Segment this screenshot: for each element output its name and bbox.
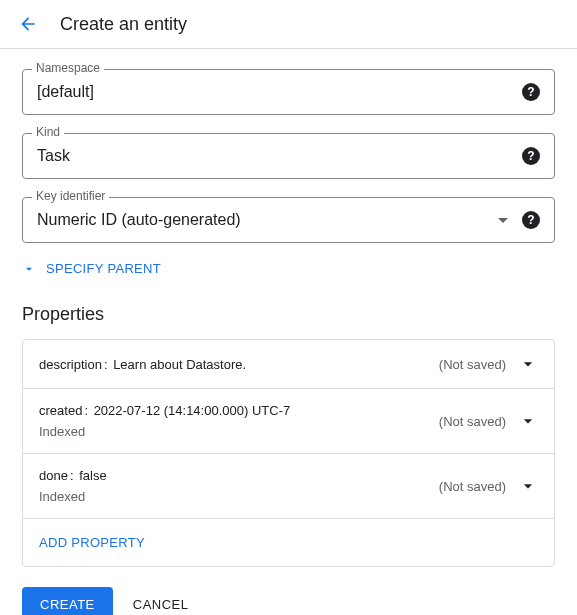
property-line: created: 2022-07-12 (14:14:00.000) UTC-7 xyxy=(39,403,290,418)
dropdown-arrow-icon xyxy=(498,218,508,223)
chevron-down-icon[interactable] xyxy=(518,354,538,374)
footer-buttons: CREATE CANCEL xyxy=(22,587,555,615)
property-row[interactable]: done: false Indexed (Not saved) xyxy=(23,454,554,519)
not-saved-label: (Not saved) xyxy=(439,357,506,372)
content-area: Namespace [default] ? Kind Task ? Key id… xyxy=(0,49,577,615)
cancel-button[interactable]: CANCEL xyxy=(133,597,189,612)
kind-field[interactable]: Kind Task ? xyxy=(22,133,555,179)
help-icon[interactable]: ? xyxy=(522,147,540,165)
add-property-button[interactable]: ADD PROPERTY xyxy=(39,535,145,550)
property-line: description: Learn about Datastore. xyxy=(39,357,246,372)
property-line: done: false xyxy=(39,468,107,483)
kind-value: Task xyxy=(37,147,70,165)
chevron-down-icon xyxy=(22,262,36,276)
not-saved-label: (Not saved) xyxy=(439,479,506,494)
property-row[interactable]: description: Learn about Datastore. (Not… xyxy=(23,340,554,389)
indexed-label: Indexed xyxy=(39,489,107,504)
page-header: Create an entity xyxy=(0,0,577,49)
help-icon[interactable]: ? xyxy=(522,211,540,229)
chevron-down-icon[interactable] xyxy=(518,411,538,431)
property-name: created xyxy=(39,403,82,418)
page-title: Create an entity xyxy=(60,14,187,35)
namespace-label: Namespace xyxy=(32,61,104,75)
help-icon[interactable]: ? xyxy=(522,83,540,101)
property-value: false xyxy=(79,468,106,483)
chevron-down-icon[interactable] xyxy=(518,476,538,496)
key-identifier-label: Key identifier xyxy=(32,189,109,203)
properties-list: description: Learn about Datastore. (Not… xyxy=(22,339,555,567)
kind-label: Kind xyxy=(32,125,64,139)
not-saved-label: (Not saved) xyxy=(439,414,506,429)
create-button[interactable]: CREATE xyxy=(22,587,113,615)
property-name: description xyxy=(39,357,102,372)
property-value: 2022-07-12 (14:14:00.000) UTC-7 xyxy=(94,403,291,418)
property-name: done xyxy=(39,468,68,483)
specify-parent-label: SPECIFY PARENT xyxy=(46,261,161,276)
namespace-value: [default] xyxy=(37,83,94,101)
properties-heading: Properties xyxy=(22,304,555,325)
specify-parent-toggle[interactable]: SPECIFY PARENT xyxy=(22,261,555,276)
indexed-label: Indexed xyxy=(39,424,290,439)
back-arrow-icon[interactable] xyxy=(16,12,40,36)
add-property-row: ADD PROPERTY xyxy=(23,519,554,566)
property-value: Learn about Datastore. xyxy=(113,357,246,372)
key-identifier-field[interactable]: Key identifier Numeric ID (auto-generate… xyxy=(22,197,555,243)
property-row[interactable]: created: 2022-07-12 (14:14:00.000) UTC-7… xyxy=(23,389,554,454)
key-identifier-value: Numeric ID (auto-generated) xyxy=(37,211,241,229)
namespace-field[interactable]: Namespace [default] ? xyxy=(22,69,555,115)
